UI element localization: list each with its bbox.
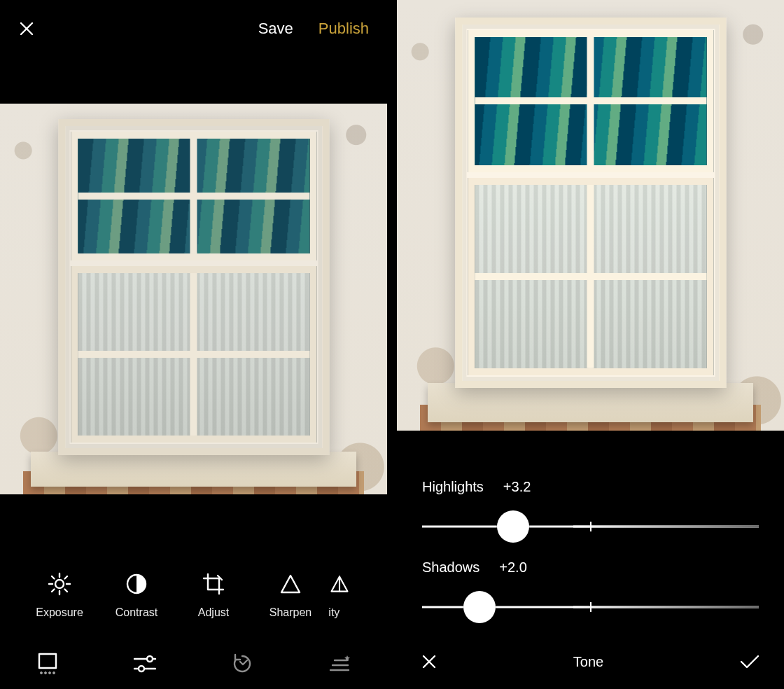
tool-row[interactable]: Exposure Contrast [0,560,387,630]
upper-sash [468,30,713,173]
publish-button[interactable]: Publish [318,20,369,38]
svg-point-5 [50,673,50,674]
tool-exposure[interactable]: Exposure [21,571,98,619]
svg-point-7 [147,656,153,662]
contrast-icon [124,571,149,597]
tone-adjustments: Highlights +3.2 Shadows +2.0 [397,462,784,634]
mullions [475,185,706,368]
lower-sash [71,266,316,443]
svg-point-3 [41,673,42,674]
tool-clarity[interactable]: Clarity [329,571,371,619]
highlights-slider[interactable] [422,510,759,543]
shadows-label: Shadows [422,559,479,576]
upper-sash [71,132,316,260]
bottom-tabbar [0,639,387,689]
tool-contrast[interactable]: Contrast [98,571,175,619]
svg-point-6 [54,673,55,674]
editor-panel-tools: Save Publish [0,0,387,689]
mullions [78,273,309,436]
shadows-value: +2.0 [499,559,526,576]
tool-label: Exposure [36,606,83,619]
top-actions: Save Publish [258,20,369,38]
shadows-slider[interactable] [422,591,759,623]
svg-point-4 [46,673,46,674]
slider-center-tick [590,602,592,612]
tool-label: Clarity [329,606,340,619]
save-button[interactable]: Save [258,20,293,38]
mullions [78,139,309,253]
window-sill [428,383,753,422]
svg-point-8 [139,666,144,671]
svg-point-0 [55,580,64,588]
mullions [475,37,706,166]
lower-sash [468,178,713,375]
highlights-label: Highlights [422,479,484,495]
shadows-thumb[interactable] [463,591,496,623]
highlights-block: Highlights +3.2 [422,479,759,543]
crop-icon [201,571,226,597]
confirm-icon[interactable] [739,653,760,670]
top-bar: Save Publish [0,0,387,57]
tab-filters[interactable] [34,650,62,678]
image-preview[interactable] [0,104,387,494]
svg-rect-2 [39,654,56,668]
window-frame [455,18,726,388]
tab-revert[interactable] [228,650,256,678]
tool-label: Contrast [115,606,158,619]
exposure-icon [47,571,72,597]
highlights-header: Highlights +3.2 [422,479,759,495]
tab-presets[interactable] [326,650,354,678]
sharpen-icon [278,571,303,597]
tone-bottombar: Tone [397,634,784,689]
close-icon[interactable] [18,20,35,37]
shadows-header: Shadows +2.0 [422,559,759,576]
clarity-icon [329,571,350,597]
highlights-value: +3.2 [503,479,531,495]
panel-title: Tone [573,654,603,670]
image-preview[interactable] [397,0,784,431]
editor-panel-tone: Highlights +3.2 Shadows +2.0 [397,0,784,689]
cancel-icon[interactable] [421,653,438,670]
window-sill [31,452,356,487]
app-stage: Save Publish [0,0,784,689]
tool-sharpen[interactable]: Sharpen [252,571,329,619]
shadows-block: Shadows +2.0 [422,559,759,623]
tool-label: Adjust [198,606,229,619]
tool-adjust[interactable]: Adjust [175,571,252,619]
tool-label: Sharpen [270,606,312,619]
window-frame [58,119,329,455]
tab-sliders[interactable] [131,650,159,678]
slider-center-tick [590,522,592,531]
highlights-thumb[interactable] [497,510,529,543]
